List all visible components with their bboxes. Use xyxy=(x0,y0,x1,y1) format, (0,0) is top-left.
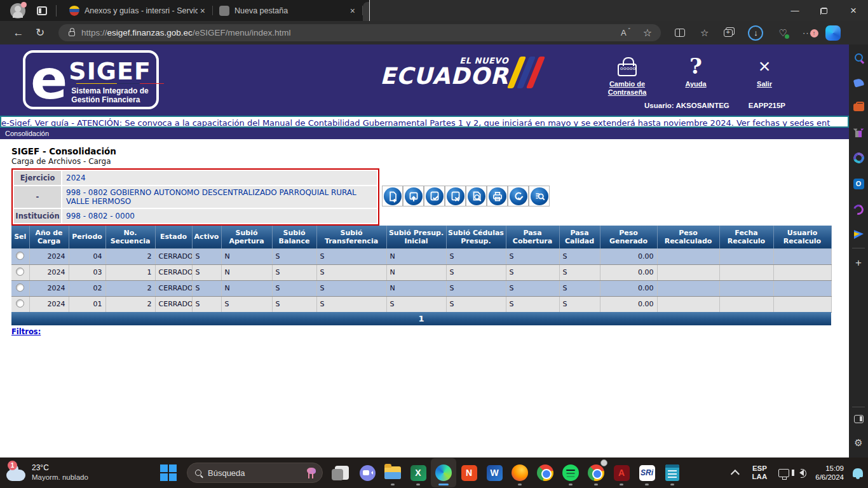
language-indicator[interactable]: ESP LAA xyxy=(752,464,768,481)
chrome-button[interactable] xyxy=(532,458,558,487)
form-value-ejercicio[interactable]: 2024 xyxy=(62,171,377,185)
upload-document-button[interactable] xyxy=(403,186,424,207)
profile-avatar[interactable] xyxy=(10,3,25,18)
new-document-button[interactable] xyxy=(382,186,403,207)
chrome-profile-button[interactable] xyxy=(583,458,609,487)
cell: N xyxy=(221,280,272,296)
cell: S xyxy=(316,248,386,264)
preview-document-button[interactable] xyxy=(466,186,487,207)
favorite-icon[interactable]: ☆ xyxy=(643,27,652,39)
filters-link[interactable]: Filtros: xyxy=(11,327,41,336)
tab-anexos[interactable]: Anexos y guías - intersri - Servici × xyxy=(63,0,213,21)
browser-toolbar: ← ↻ https://esigef.finanzas.gob.ec/eSIGE… xyxy=(0,21,868,44)
restore-button[interactable] xyxy=(810,0,839,21)
row-radio-button[interactable] xyxy=(16,252,24,260)
notepad-icon xyxy=(665,464,679,481)
tab-esigef[interactable]: eSIGEF - Sistema Integrado de G × xyxy=(363,2,513,21)
browser-essentials-icon[interactable]: ♡ xyxy=(778,27,787,39)
page-number[interactable]: 1 xyxy=(418,314,424,323)
search-records-button[interactable] xyxy=(529,186,550,207)
marquee-text: e-Sigef. Ver guía - ATENCIÓN: Se convoca… xyxy=(1,118,830,128)
tray-date: 6/6/2024 xyxy=(815,473,844,482)
url-text[interactable]: https://esigef.finanzas.gob.ec/eSIGEF/me… xyxy=(81,28,621,37)
copilot-icon[interactable] xyxy=(825,25,841,41)
edge-button[interactable] xyxy=(431,458,456,487)
downloads-icon[interactable]: ↓ xyxy=(748,25,763,41)
notepad-button[interactable] xyxy=(660,458,685,487)
excel-button[interactable]: X xyxy=(405,458,431,487)
volume-icon[interactable] xyxy=(799,470,804,476)
nitro-pdf-button[interactable]: N xyxy=(456,458,482,487)
cell: 2 xyxy=(105,296,155,312)
more-menu-icon[interactable]: ···↑ xyxy=(803,28,813,37)
word-button[interactable]: W xyxy=(482,458,507,487)
sidebar-games-icon[interactable] xyxy=(853,126,864,137)
network-icon[interactable] xyxy=(778,469,789,477)
taskbar-search-box[interactable] xyxy=(187,463,323,483)
sidebar-search-icon[interactable] xyxy=(855,53,863,62)
sidebar-send-icon[interactable] xyxy=(854,230,864,239)
start-button[interactable] xyxy=(160,464,177,481)
row-radio-button[interactable] xyxy=(16,268,24,276)
firefox-button[interactable] xyxy=(507,458,532,487)
cell: S xyxy=(506,264,559,280)
sidebar-panel-icon[interactable] xyxy=(854,415,864,423)
form-value-institucion[interactable]: 998 - 0802 - 0000 xyxy=(62,209,377,223)
tab-nueva-pestana[interactable]: Nueva pestaña × xyxy=(213,0,363,21)
split-screen-icon[interactable] xyxy=(675,29,685,37)
menu-item-consolidacion[interactable]: Consolidación xyxy=(5,130,49,137)
search-highlight-flamingo-icon[interactable] xyxy=(304,465,318,480)
cell: S xyxy=(192,296,221,312)
esigef-logo: e SIGEF Sistema Integrado de Gestión Fin… xyxy=(23,50,159,109)
cell: 02 xyxy=(69,280,105,296)
sidebar-shopping-icon[interactable] xyxy=(853,78,864,87)
spotify-button[interactable] xyxy=(558,458,583,487)
reject-document-button[interactable] xyxy=(445,186,466,207)
notifications-bell-icon[interactable] xyxy=(853,468,863,477)
workspaces-icon[interactable] xyxy=(37,6,47,15)
minimize-button[interactable]: — xyxy=(780,0,810,21)
favorites-list-icon[interactable]: ☆ xyxy=(700,27,709,39)
sri-icon: SRi xyxy=(639,465,655,481)
menu-bar: Consolidación xyxy=(0,128,849,139)
close-tab-icon[interactable]: × xyxy=(198,6,208,16)
acrobat-button[interactable]: A xyxy=(609,458,634,487)
lock-icon[interactable] xyxy=(69,31,75,36)
file-explorer-button[interactable] xyxy=(380,458,405,487)
task-view-button[interactable] xyxy=(329,458,355,487)
lang-line2: LAA xyxy=(752,473,768,481)
refresh-icon[interactable]: ↻ xyxy=(29,26,51,39)
help-button[interactable]: ? Ayuda xyxy=(672,52,719,97)
search-input[interactable] xyxy=(208,468,284,478)
sidebar-settings-icon[interactable]: ⚙ xyxy=(854,437,862,449)
form-value-entidad[interactable]: 998 - 0802 GOBIERNO AUTONOMO DESCENTRALI… xyxy=(62,186,377,208)
row-radio-button[interactable] xyxy=(16,283,24,292)
cell: 2024 xyxy=(29,296,69,312)
print-button[interactable] xyxy=(487,186,508,207)
change-password-button[interactable]: Cambio de Contraseña xyxy=(604,52,651,97)
address-bar[interactable]: https://esigef.finanzas.gob.ec/eSIGEF/me… xyxy=(58,24,661,41)
clock[interactable]: 15:09 6/6/2024 xyxy=(815,464,844,482)
logout-button[interactable]: × Salir xyxy=(741,52,788,97)
validate-document-button[interactable] xyxy=(424,186,445,207)
sidebar-toolbox-icon[interactable] xyxy=(853,104,864,111)
collections-icon[interactable] xyxy=(724,29,733,37)
form-row: Institución 998 - 0802 - 0000 xyxy=(14,209,377,223)
row-radio-button[interactable] xyxy=(16,299,24,308)
quality-check-button[interactable] xyxy=(508,186,529,207)
read-aloud-icon[interactable]: A xyxy=(621,28,629,37)
sidebar-creative-icon[interactable] xyxy=(851,203,865,217)
sidebar-microsoft365-icon[interactable] xyxy=(851,151,866,165)
close-window-button[interactable]: × xyxy=(839,0,868,21)
cell: 2 xyxy=(105,280,155,296)
tab-title: Anexos y guías - intersri - Servici xyxy=(85,6,198,15)
back-icon[interactable]: ← xyxy=(8,27,29,39)
close-tab-icon[interactable]: × xyxy=(348,6,358,16)
sidebar-add-icon[interactable]: + xyxy=(853,257,864,268)
sri-button[interactable]: SRi xyxy=(634,458,660,487)
hidden-icons-chevron[interactable] xyxy=(730,470,739,478)
sidebar-outlook-icon[interactable]: O xyxy=(853,179,864,189)
chat-button[interactable] xyxy=(355,458,380,487)
chat-icon xyxy=(360,465,376,481)
weather-widget[interactable]: 1 23°C Mayorm. nublado xyxy=(6,463,121,482)
